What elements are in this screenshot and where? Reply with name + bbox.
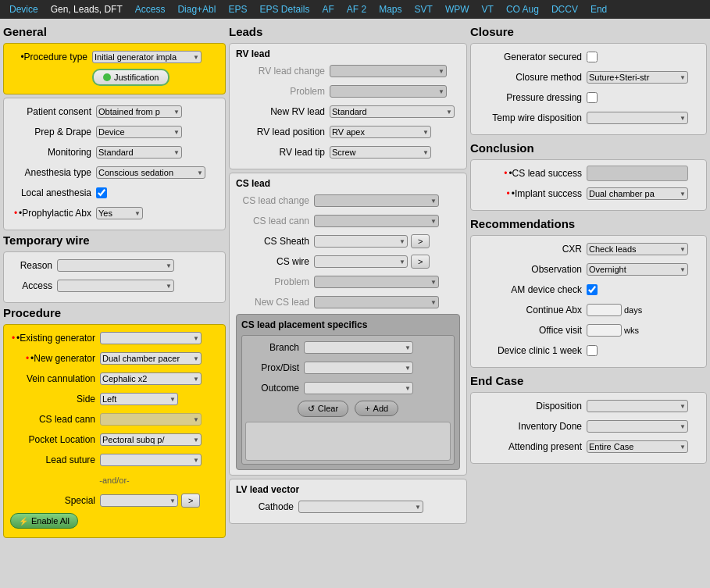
cs-lead-title: CS lead	[236, 178, 460, 189]
anesthesia-select[interactable]: Conscious sedation	[96, 166, 205, 179]
nav-co-aug[interactable]: CO Aug	[500, 0, 545, 19]
vein-cannulation-wrapper: Cephalic x2	[100, 372, 202, 385]
temp-wire-disp-select[interactable]	[587, 112, 688, 124]
nav-af[interactable]: AF	[316, 0, 341, 19]
special-go-button[interactable]: >	[181, 494, 200, 508]
vein-cannulation-select[interactable]: Cephalic x2	[100, 372, 202, 385]
justification-button[interactable]: Justification	[92, 69, 169, 86]
cs-wire-select[interactable]	[314, 255, 408, 268]
local-anesthesia-checkbox[interactable]	[96, 187, 107, 198]
side-select[interactable]: Left	[100, 393, 178, 405]
attending-present-select[interactable]: Entire Case	[587, 440, 688, 453]
new-rv-lead-select[interactable]: Standard	[330, 105, 455, 118]
rv-lead-tip-select[interactable]: Screw	[330, 146, 431, 159]
nav-diag-abl[interactable]: Diag+Abl	[171, 0, 222, 19]
cs-wire-label: CS wire	[236, 256, 314, 267]
new-cs-lead-select[interactable]	[314, 296, 439, 308]
cs-lead-cann-select[interactable]	[100, 413, 202, 426]
device-clinic-checkbox[interactable]	[587, 345, 598, 356]
access-select[interactable]	[57, 280, 174, 292]
continue-abx-label: Continue Abx	[477, 305, 587, 315]
disposition-select[interactable]	[587, 400, 688, 412]
special-select[interactable]	[100, 494, 178, 507]
prep-drape-label: Prep & Drape	[10, 127, 96, 137]
branch-select[interactable]	[304, 341, 413, 354]
procedure-type-label: •Procedure type	[10, 52, 92, 62]
conclusion-section: Conclusion •CS lead success •Implant suc…	[470, 141, 707, 211]
lead-suture-select[interactable]	[100, 454, 202, 466]
nav-device[interactable]: Device	[3, 0, 45, 19]
nav-vt[interactable]: VT	[476, 0, 500, 19]
pressure-dressing-label: Pressure dressing	[477, 92, 587, 103]
rv-lead-change-select[interactable]	[330, 65, 447, 77]
enable-all-button[interactable]: ⚡ Enable All	[10, 513, 78, 529]
patient-consent-select[interactable]: Obtained from p	[96, 105, 182, 118]
generator-secured-label: Generator secured	[477, 52, 587, 62]
implant-success-row: •Implant success Dual chamber pa	[477, 185, 700, 202]
outcome-select[interactable]	[304, 382, 413, 394]
cs-wire-go-button[interactable]: >	[411, 255, 430, 269]
prep-drape-select[interactable]: Device	[96, 126, 182, 138]
clear-button[interactable]: ↺ Clear	[298, 401, 348, 417]
office-visit-label: Office visit	[477, 325, 587, 336]
generator-secured-checkbox[interactable]	[587, 52, 598, 62]
existing-generator-select[interactable]	[100, 332, 202, 344]
cs-lead-cann-mid-wrapper	[314, 215, 439, 227]
closure-method-select[interactable]: Suture+Steri-str	[587, 71, 688, 84]
inventory-done-label: Inventory Done	[477, 421, 587, 432]
cs-lead-success-row: •CS lead success	[477, 165, 700, 182]
prophylactic-label: •Prophylactic Abx	[10, 208, 96, 219]
nav-eps-details[interactable]: EPS Details	[253, 0, 316, 19]
add-button[interactable]: + Add	[355, 401, 398, 416]
rv-problem-select[interactable]	[330, 85, 447, 98]
access-label: Access	[10, 280, 57, 291]
patient-consent-row: Patient consent Obtained from p	[10, 103, 219, 120]
observation-select[interactable]: Overnight	[587, 263, 688, 276]
rv-lead-position-select[interactable]: RV apex	[330, 126, 431, 138]
pocket-location-select[interactable]: Pectoral subq p/	[100, 433, 202, 446]
cxr-select[interactable]: Check leads	[587, 243, 688, 255]
pressure-dressing-checkbox[interactable]	[587, 92, 598, 103]
new-generator-select[interactable]: Dual chamber pacer	[100, 352, 202, 365]
patient-info-section: Patient consent Obtained from p Prep & D…	[3, 98, 226, 230]
general-section: •Procedure type Initial generator impla …	[3, 43, 226, 94]
temp-wire-disp-wrapper	[587, 112, 688, 124]
new-rv-lead-label: New RV lead	[236, 106, 330, 117]
continue-abx-input[interactable]	[587, 304, 622, 316]
cs-sheath-go-button[interactable]: >	[411, 234, 430, 248]
nav-end[interactable]: End	[584, 0, 613, 19]
branch-label: Branch	[245, 342, 304, 353]
cs-placement-inner: Branch Prox/Dist	[241, 335, 455, 465]
nav-gen-leads-dft[interactable]: Gen, Leads, DFT	[45, 0, 129, 19]
side-label: Side	[10, 394, 100, 404]
prox-dist-select[interactable]	[304, 362, 413, 374]
implant-success-select[interactable]: Dual chamber pa	[587, 187, 688, 200]
rv-lead-position-row: RV lead position RV apex	[236, 123, 460, 141]
rv-lead-tip-wrapper: Screw	[330, 146, 431, 159]
nav-wpw[interactable]: WPW	[439, 0, 476, 19]
reason-select[interactable]	[57, 259, 174, 272]
prophylactic-select[interactable]: Yes	[96, 207, 143, 219]
cathode-select[interactable]	[298, 501, 423, 513]
cs-lead-change-select[interactable]	[314, 194, 439, 207]
cs-lead-cann-mid-select[interactable]	[314, 215, 439, 227]
monitoring-wrapper: Standard	[96, 146, 182, 159]
procedure-type-select[interactable]: Initial generator impla	[92, 51, 202, 63]
pocket-location-row: Pocket Location Pectoral subq p/	[10, 431, 219, 448]
nav-svt[interactable]: SVT	[409, 0, 439, 19]
office-visit-input[interactable]	[587, 324, 622, 337]
nav-eps[interactable]: EPS	[222, 0, 253, 19]
cs-problem-select[interactable]	[314, 276, 439, 288]
monitoring-select[interactable]: Standard	[96, 146, 182, 159]
rv-lead-position-wrapper: RV apex	[330, 126, 431, 138]
cs-sheath-select[interactable]	[314, 235, 408, 248]
implant-success-wrapper: Dual chamber pa	[587, 187, 688, 200]
nav-access[interactable]: Access	[129, 0, 172, 19]
nav-dccv[interactable]: DCCV	[545, 0, 584, 19]
new-cs-lead-row: New CS lead	[236, 294, 460, 311]
nav-af2[interactable]: AF 2	[341, 0, 373, 19]
inventory-done-select[interactable]	[587, 420, 688, 433]
nav-maps[interactable]: Maps	[373, 0, 408, 19]
am-device-check-checkbox[interactable]	[587, 284, 598, 295]
patient-consent-label: Patient consent	[10, 106, 96, 117]
